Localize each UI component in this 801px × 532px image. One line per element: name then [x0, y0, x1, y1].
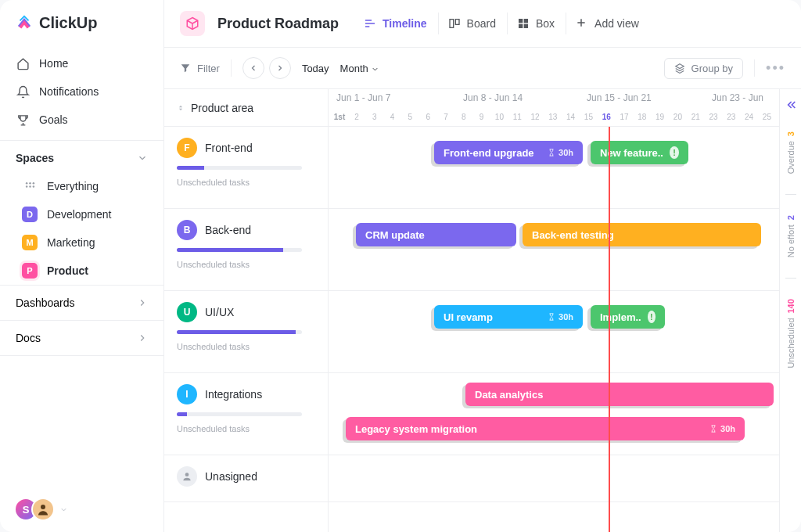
day-label: 20: [673, 113, 682, 121]
filter-button[interactable]: Filter: [180, 63, 220, 74]
sidebar-item-everything[interactable]: Everything: [0, 172, 163, 200]
bell-icon: [16, 84, 30, 99]
timeline-header: Jun 1 - Jun 7 Jun 8 - Jun 14 Jun 15 - Ju…: [329, 89, 779, 127]
tab-board-label: Board: [467, 17, 496, 30]
today-line: [609, 127, 610, 532]
spaces-header-label: Spaces: [16, 152, 54, 164]
divider: [785, 194, 796, 195]
next-button[interactable]: [269, 57, 291, 79]
area-integrations[interactable]: I Integrations Unscheduled tasks: [164, 373, 328, 455]
sidebar-item-docs[interactable]: Docs: [0, 321, 163, 355]
sort-icon: [177, 103, 185, 113]
space-label: Marketing: [47, 236, 95, 249]
space-badge: D: [22, 207, 38, 222]
chevron-down-icon: [59, 505, 68, 514]
rail-noeffort[interactable]: No effort 2: [786, 209, 796, 264]
rail-overdue[interactable]: Overdue 3: [786, 125, 796, 180]
svg-rect-7: [450, 20, 454, 28]
task-implement[interactable]: Implem.. !: [591, 305, 665, 329]
svg-point-6: [41, 505, 45, 509]
area-badge: I: [177, 384, 197, 404]
date-nav: [242, 57, 291, 79]
dashboards-section: Dashboards: [0, 286, 163, 321]
svg-point-0: [25, 182, 27, 184]
svg-point-4: [29, 185, 31, 188]
timeline-row: [329, 455, 779, 502]
nav-notifications[interactable]: Notifications: [0, 77, 163, 106]
tab-add-view[interactable]: Add view: [566, 13, 648, 34]
first-marker: 1st: [334, 113, 345, 121]
task-data-analytics[interactable]: Data analytics: [465, 383, 774, 406]
timeline-left-header[interactable]: Product area: [164, 89, 328, 127]
day-label: 2: [354, 113, 359, 121]
day-label: 12: [530, 113, 539, 121]
chevron-right-icon: [137, 297, 148, 308]
nav-home[interactable]: Home: [0, 49, 163, 77]
rail-noeffort-count: 2: [786, 215, 796, 220]
task-legacy[interactable]: Legacy system migration 30h: [346, 417, 745, 440]
sidebar-item-dashboards[interactable]: Dashboards: [0, 286, 163, 320]
area-label: Front-end: [205, 142, 253, 154]
more-button[interactable]: •••: [766, 60, 785, 77]
rail-unscheduled[interactable]: Unscheduled 140: [786, 293, 796, 375]
task-backend-testing[interactable]: Back-end testing: [523, 223, 761, 246]
plus-icon: [576, 17, 588, 30]
timeline-right[interactable]: Jun 1 - Jun 7 Jun 8 - Jun 14 Jun 15 - Ju…: [329, 89, 779, 532]
sidebar-item-marketing[interactable]: M Marketing: [0, 228, 163, 257]
user-avatars[interactable]: S: [0, 487, 163, 532]
area-frontend[interactable]: F Front-end Unscheduled tasks: [164, 127, 328, 209]
timeline-row: Data analytics Legacy system migration 3…: [329, 373, 779, 455]
sidebar-item-product[interactable]: P Product: [0, 257, 163, 285]
task-label: Back-end testing: [532, 229, 614, 241]
day-label: 9: [480, 113, 484, 121]
area-backend[interactable]: B Back-end Unscheduled tasks: [164, 209, 328, 291]
day-label: 18: [638, 113, 646, 121]
day-label: 8: [462, 113, 466, 121]
task-frontend-upgrade[interactable]: Front-end upgrade 30h: [434, 141, 583, 164]
docs-section: Docs: [0, 321, 163, 356]
task-crm-update[interactable]: CRM update: [356, 223, 516, 246]
nav-goals[interactable]: Goals: [0, 106, 163, 134]
nav-goals-label: Goals: [39, 113, 68, 126]
sidebar-item-development[interactable]: D Development: [0, 200, 163, 228]
task-new-feature[interactable]: New feature.. !: [591, 141, 688, 164]
task-label: Legacy system migration: [355, 423, 477, 435]
day-label: 23: [709, 113, 717, 121]
timeline-row: CRM update Back-end testing: [329, 209, 779, 291]
task-hours: 30h: [709, 424, 735, 433]
area-badge: B: [177, 220, 197, 240]
dashboards-label: Dashboards: [16, 297, 75, 309]
progress-bar: [177, 166, 302, 170]
layers-icon: [674, 63, 685, 74]
area-unassigned[interactable]: Unasigned: [164, 455, 328, 502]
timeline-row: UI revamp 30h Implem.. !: [329, 291, 779, 373]
svg-rect-9: [519, 19, 523, 23]
groupby-button[interactable]: Group by: [664, 58, 743, 79]
svg-rect-11: [519, 24, 523, 28]
tab-add-label: Add view: [594, 17, 639, 30]
space-badge: P: [22, 263, 38, 279]
tab-box-label: Box: [536, 17, 555, 30]
progress-bar: [177, 248, 302, 252]
spaces-header[interactable]: Spaces: [0, 141, 163, 172]
tab-timeline[interactable]: Timeline: [354, 13, 436, 34]
prev-button[interactable]: [242, 57, 264, 79]
today-button[interactable]: Today: [302, 63, 329, 74]
tab-board[interactable]: Board: [438, 13, 505, 34]
logo[interactable]: ClickUp: [0, 0, 163, 43]
area-uiux[interactable]: U UI/UX Unscheduled tasks: [164, 291, 328, 373]
day-label: 6: [426, 113, 430, 121]
grid-icon: [22, 178, 38, 194]
collapse-rail-button[interactable]: [785, 99, 797, 111]
day-label: 21: [691, 113, 700, 121]
range-selector[interactable]: Month: [340, 63, 380, 74]
logo-icon: [16, 15, 33, 32]
svg-point-13: [185, 473, 189, 476]
docs-label: Docs: [16, 332, 41, 344]
task-ui-revamp[interactable]: UI revamp 30h: [434, 305, 583, 329]
page-title: Product Roadmap: [217, 16, 339, 32]
cube-icon: [180, 11, 205, 36]
chevron-right-icon: [137, 332, 148, 343]
svg-point-3: [25, 185, 27, 188]
tab-box[interactable]: Box: [507, 13, 564, 34]
